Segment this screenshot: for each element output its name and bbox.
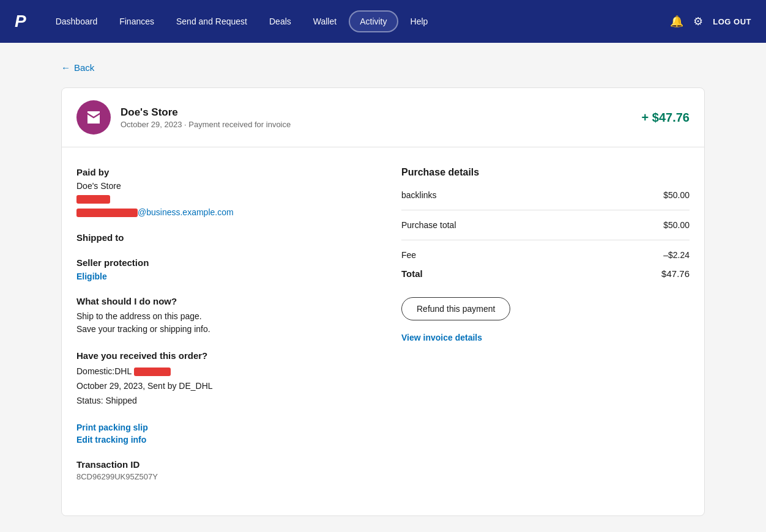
back-label: Back: [74, 62, 94, 73]
merchant-payment-status: Payment received for invoice: [188, 120, 291, 129]
nav-link-activity[interactable]: Activity: [349, 10, 398, 32]
email-link[interactable]: @business.example.com: [138, 207, 234, 217]
redacted-email-prefix: [76, 209, 138, 217]
back-arrow-icon: ←: [61, 62, 70, 73]
purchase-item-name: backlinks: [401, 190, 437, 200]
purchase-item-value: $50.00: [663, 190, 690, 200]
shipped-to-section: Shipped to: [76, 232, 365, 243]
seller-protection-section: Seller protection Eligible: [76, 257, 365, 281]
paid-by-section: Paid by Doe's Store @business.example.co…: [76, 167, 365, 218]
nav-link-deals[interactable]: Deals: [259, 12, 301, 31]
nav-link-finances[interactable]: Finances: [110, 12, 164, 31]
total-row: Total $47.76: [401, 268, 690, 279]
what-to-do-line1: Ship to the address on this page.: [76, 310, 365, 323]
logout-button[interactable]: LOG OUT: [713, 17, 751, 26]
purchase-total-value: $50.00: [663, 220, 690, 230]
received-order-label: Have you received this order?: [76, 350, 365, 361]
nav-link-help[interactable]: Help: [401, 12, 438, 31]
refund-payment-button[interactable]: Refund this payment: [401, 297, 510, 320]
paid-by-email: @business.example.com: [76, 207, 365, 218]
transaction-id-label: Transaction ID: [76, 459, 365, 470]
purchase-total-label: Purchase total: [401, 220, 456, 230]
navbar: P DashboardFinancesSend and RequestDeals…: [0, 0, 766, 43]
card-header: Doe's Store October 29, 2023 · Payment r…: [62, 88, 704, 147]
purchase-item-row: backlinks $50.00: [401, 190, 690, 200]
received-order-section: Have you received this order? Domestic:D…: [76, 350, 365, 408]
settings-icon[interactable]: ⚙: [693, 15, 703, 28]
payment-amount: + $47.76: [642, 111, 690, 125]
transaction-card: Doe's Store October 29, 2023 · Payment r…: [61, 87, 705, 516]
paypal-logo: P: [15, 12, 26, 31]
divider-1: [401, 210, 690, 210]
fee-label: Fee: [401, 250, 416, 260]
redacted-id: [76, 195, 110, 204]
fee-row: Fee –$2.24: [401, 250, 690, 260]
tracking-status: Status: Shipped: [76, 394, 365, 408]
right-column: Purchase details backlinks $50.00 Purcha…: [401, 167, 690, 496]
tracking-info: Domestic:DHL October 29, 2023, Sent by D…: [76, 364, 365, 408]
left-column: Paid by Doe's Store @business.example.co…: [76, 167, 365, 496]
carrier-label: Domestic:DHL: [76, 366, 132, 376]
purchase-total-row: Purchase total $50.00: [401, 220, 690, 230]
main-content: ← Back Doe's Store October 29, 2023 · Pa…: [46, 43, 720, 532]
purchase-details-title: Purchase details: [401, 167, 690, 178]
fee-value: –$2.24: [663, 250, 690, 260]
navbar-actions: 🔔 ⚙ LOG OUT: [670, 15, 751, 28]
nav-link-dashboard[interactable]: Dashboard: [46, 12, 108, 31]
packing-slip-section: Print packing slip Edit tracking info: [76, 423, 365, 445]
print-packing-slip-link[interactable]: Print packing slip: [76, 423, 365, 432]
nav-link-wallet[interactable]: Wallet: [303, 12, 346, 31]
transaction-id-value: 8CD96299UK95Z507Y: [76, 472, 365, 481]
merchant-date-status: October 29, 2023 · Payment received for …: [121, 120, 291, 129]
divider-2: [401, 240, 690, 240]
nav-link-send-and-request[interactable]: Send and Request: [166, 12, 257, 31]
paid-by-name: Doe's Store: [76, 181, 365, 191]
notification-icon[interactable]: 🔔: [670, 15, 683, 28]
store-icon: [84, 108, 103, 127]
total-value: $47.76: [661, 268, 690, 279]
merchant-info: Doe's Store October 29, 2023 · Payment r…: [121, 106, 291, 129]
what-to-do-section: What should I do now? Ship to the addres…: [76, 296, 365, 336]
transaction-id-section: Transaction ID 8CD96299UK95Z507Y: [76, 459, 365, 481]
merchant-date: October 29, 2023: [121, 120, 182, 129]
view-invoice-link[interactable]: View invoice details: [401, 333, 690, 342]
merchant-name: Doe's Store: [121, 106, 291, 119]
total-label: Total: [401, 268, 423, 279]
seller-protection-status[interactable]: Eligible: [76, 272, 365, 281]
back-link[interactable]: ← Back: [61, 62, 94, 73]
seller-protection-label: Seller protection: [76, 257, 365, 268]
merchant-avatar: [76, 100, 111, 135]
edit-tracking-info-link[interactable]: Edit tracking info: [76, 435, 365, 445]
redacted-tracking: [134, 368, 171, 376]
paid-by-label: Paid by: [76, 167, 365, 177]
what-to-do-line2: Save your tracking or shipping info.: [76, 323, 365, 336]
card-body: Paid by Doe's Store @business.example.co…: [62, 147, 704, 515]
tracking-date: October 29, 2023, Sent by DE_DHL: [76, 379, 365, 394]
shipped-to-label: Shipped to: [76, 232, 365, 243]
paid-by-id: [76, 193, 365, 204]
tracking-carrier: Domestic:DHL: [76, 364, 365, 379]
nav-links: DashboardFinancesSend and RequestDealsWa…: [46, 10, 671, 32]
what-to-do-label: What should I do now?: [76, 296, 365, 306]
